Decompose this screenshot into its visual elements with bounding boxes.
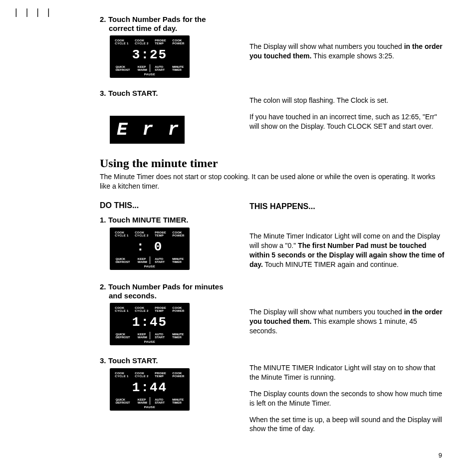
step-2-explain-b: This example shows 3:25. — [311, 52, 394, 60]
display-145: COOK CYCLE 1 COOK CYCLE 2 PROBE TEMP COO… — [110, 303, 190, 345]
m3-right3: When the set time is up, a beep will sou… — [249, 415, 446, 434]
label-minute-timer: MINUTE TIMER — [172, 257, 184, 263]
label-pause: PAUSE — [110, 339, 190, 343]
step-3-right1: The colon will stop flashing. The Clock … — [249, 96, 446, 105]
step-3-right2: If you have touched in an incorrect time… — [249, 112, 446, 131]
label-auto-start: AUTO START — [155, 257, 165, 263]
step-2-explain: The Display will show what numbers you t… — [249, 42, 446, 61]
seg-value: 3:25 — [132, 47, 167, 62]
step-number: 3. — [100, 89, 106, 97]
m3-text: Touch START. — [108, 356, 158, 365]
m3-right2: The Display counts down the seconds to s… — [249, 389, 446, 408]
step-number: 2. — [100, 15, 106, 23]
label-probe-temp: PROBE TEMP — [155, 306, 166, 312]
label-minute-timer: MINUTE TIMER — [172, 65, 184, 71]
step-2-text-line2: correct time of day. — [100, 24, 235, 32]
label-cook-cycle1: COOK CYCLE 1 — [115, 372, 128, 378]
label-cook-power: COOK POWER — [173, 39, 185, 45]
m2-text-line2: and seconds. — [100, 291, 235, 300]
display-144: COOK CYCLE 1 COOK CYCLE 2 PROBE TEMP COO… — [110, 368, 190, 411]
display-325: COOK CYCLE 1 COOK CYCLE 2 PROBE TEMP COO… — [110, 35, 190, 78]
step-2-explain-a: The Display will show what numbers you t… — [249, 42, 404, 50]
seg-value: 1:44 — [132, 380, 167, 395]
m2-explain: The Display will show what numbers you t… — [249, 307, 446, 336]
label-cook-cycle2: COOK CYCLE 2 — [135, 372, 148, 378]
label-cook-power: COOK POWER — [173, 372, 185, 378]
seg-err: E r r — [117, 120, 181, 140]
display-err: E r r — [110, 116, 185, 144]
m1-explain: The Minute Timer Indicator Light will co… — [249, 232, 446, 269]
label-keep-warm: KEEP WARM — [138, 398, 147, 404]
label-quick-defrost: QUICK DEFROST — [116, 65, 130, 71]
label-minute-timer: MINUTE TIMER — [172, 333, 184, 339]
m1-text: Touch MINUTE TIMER. — [108, 216, 189, 224]
label-pause: PAUSE — [110, 404, 190, 409]
step-number: 1. — [100, 216, 106, 224]
m2-explain-a: The Display will show what numbers you t… — [249, 308, 404, 316]
label-probe-temp: PROBE TEMP — [155, 39, 166, 45]
section-title: Using the minute timer — [100, 157, 446, 170]
step-3-text: Touch START. — [108, 89, 158, 97]
label-pause: PAUSE — [110, 263, 190, 268]
display-divider — [150, 332, 150, 339]
display-divider — [150, 256, 150, 264]
m3-right1: The MINUTE TIMER Indicator Light will st… — [249, 363, 446, 382]
label-auto-start: AUTO START — [155, 333, 165, 339]
label-keep-warm: KEEP WARM — [138, 257, 147, 263]
col-this-happens: THIS HAPPENS... — [249, 201, 446, 212]
label-probe-temp: PROBE TEMP — [155, 372, 166, 378]
label-quick-defrost: QUICK DEFROST — [116, 398, 130, 404]
label-cook-cycle1: COOK CYCLE 1 — [115, 306, 128, 312]
page-number: 9 — [439, 452, 442, 459]
col-do-this: DO THIS... — [100, 201, 235, 210]
label-minute-timer: MINUTE TIMER — [172, 398, 184, 404]
label-auto-start: AUTO START — [155, 65, 165, 71]
step-number: 2. — [100, 282, 106, 291]
display-divider — [150, 64, 150, 72]
label-auto-start: AUTO START — [155, 398, 165, 404]
label-cook-power: COOK POWER — [173, 306, 185, 312]
label-cook-cycle1: COOK CYCLE 1 — [115, 39, 128, 45]
m2-text-line1: Touch Number Pads for minutes — [108, 282, 224, 291]
display-0: COOK CYCLE 1 COOK CYCLE 2 PROBE TEMP COO… — [110, 228, 190, 270]
label-probe-temp: PROBE TEMP — [155, 231, 166, 237]
label-cook-cycle2: COOK CYCLE 2 — [135, 231, 148, 237]
label-cook-cycle2: COOK CYCLE 2 — [135, 306, 148, 312]
label-keep-warm: KEEP WARM — [138, 333, 147, 339]
label-cook-cycle1: COOK CYCLE 1 — [115, 231, 128, 237]
step-2-text-line1: Touch Number Pads for the — [108, 15, 206, 23]
label-cook-power: COOK POWER — [173, 231, 185, 237]
scan-artifact-marks: | | | | — [15, 7, 53, 17]
seg-value: : 0 — [137, 239, 163, 254]
m1-explain-b: Touch MINUTE TIMER again and continue. — [263, 260, 399, 268]
section-intro: The Minute Timer does not start or stop … — [100, 172, 446, 191]
label-pause: PAUSE — [110, 71, 190, 76]
seg-value: 1:45 — [132, 315, 167, 330]
step-number: 3. — [100, 356, 106, 365]
label-cook-cycle2: COOK CYCLE 2 — [135, 39, 148, 45]
display-divider — [150, 397, 150, 405]
label-quick-defrost: QUICK DEFROST — [116, 333, 130, 339]
label-quick-defrost: QUICK DEFROST — [116, 257, 130, 263]
label-keep-warm: KEEP WARM — [138, 65, 147, 71]
